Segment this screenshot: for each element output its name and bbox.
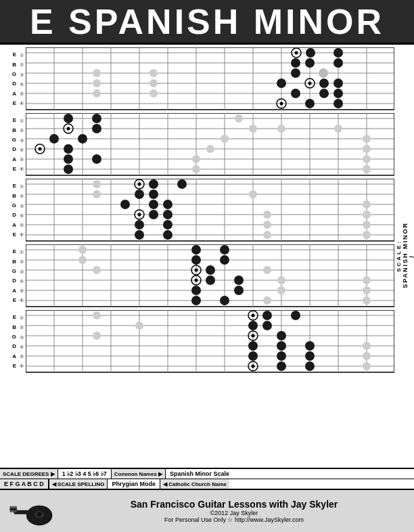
svg-point-45: [150, 89, 158, 97]
svg-point-25: [334, 58, 343, 68]
svg-point-127: [135, 230, 144, 240]
svg-point-201: [262, 311, 272, 320]
svg-point-84: [277, 125, 285, 133]
footer-personal: For Personal Use Only ☆ http://www.JaySk…: [164, 516, 304, 523]
svg-point-34: [319, 89, 329, 98]
svg-point-207: [277, 331, 286, 340]
svg-point-43: [150, 79, 158, 87]
svg-point-212: [277, 351, 286, 361]
svg-point-89: [363, 165, 371, 173]
fret-numbers-2: ① ② ③ ④ ⑤ ⑥: [18, 113, 26, 177]
svg-point-209: [277, 341, 286, 351]
svg-rect-186: [26, 310, 394, 372]
svg-point-234: [14, 510, 17, 513]
svg-point-158: [220, 255, 229, 265]
svg-point-26: [291, 68, 300, 78]
svg-rect-96: [26, 179, 394, 241]
svg-point-134: [363, 221, 371, 229]
svg-point-85: [334, 125, 342, 133]
svg-point-161: [206, 265, 215, 275]
svg-point-233: [12, 510, 15, 513]
svg-point-173: [263, 296, 271, 305]
page-title: E SPANISH MINOR: [0, 0, 414, 45]
svg-point-115: [249, 190, 257, 198]
string-labels-3: E B G D A E: [4, 179, 18, 242]
scale-spelling-text: SCALE SPELLING: [58, 481, 104, 487]
svg-point-172: [220, 296, 229, 305]
svg-point-21: [306, 48, 315, 58]
svg-point-30: [308, 82, 312, 85]
svg-point-42: [93, 79, 101, 87]
arrow-left-1: ◀: [52, 481, 56, 487]
svg-point-232: [9, 510, 12, 513]
svg-point-120: [138, 213, 141, 217]
svg-point-37: [280, 102, 283, 106]
svg-point-116: [120, 200, 130, 209]
svg-rect-142: [26, 244, 394, 307]
svg-point-213: [305, 351, 315, 361]
svg-point-111: [149, 179, 158, 189]
svg-point-75: [64, 144, 73, 154]
svg-point-216: [277, 361, 286, 371]
scale-spelling-notes: E F G A B C D: [0, 479, 49, 489]
svg-point-168: [191, 286, 201, 295]
svg-point-79: [192, 155, 200, 163]
svg-point-110: [138, 183, 141, 186]
fretboard-svg-1: [26, 47, 394, 111]
guitar-icon: [7, 494, 54, 528]
scale-name-vertical: SPANISH MINOR: [402, 222, 409, 288]
svg-point-133: [363, 210, 371, 219]
svg-point-164: [195, 279, 198, 282]
string-e-low: E: [4, 101, 18, 106]
string-labels-1: E B G D A E: [4, 47, 18, 111]
svg-point-40: [93, 69, 101, 77]
svg-point-121: [149, 210, 158, 219]
svg-point-130: [93, 180, 101, 188]
svg-point-124: [135, 220, 144, 229]
footer-title: San Francisco Guitar Lessons with Jay Sk…: [131, 499, 338, 510]
fret-numbers-1: ① ② ③ ④ ⑤ ⑥: [18, 47, 26, 111]
scale-degrees-label: SCALE DEGREES ▶: [0, 469, 58, 479]
catholic-label-text: Catholic Church Name: [168, 481, 227, 487]
fretboard-svg-5: [26, 310, 394, 374]
svg-point-208: [248, 341, 258, 351]
svg-point-211: [248, 351, 258, 361]
fret-numbers-5: ① ② ③ ④ ⑤ ⑥: [18, 310, 26, 374]
svg-point-66: [92, 114, 101, 123]
svg-point-206: [252, 334, 255, 338]
bottom-section: SCALE DEGREES ▶ 1 ♭2 ♭3 4 5 ♭6 ♭7 Common…: [0, 468, 414, 489]
svg-point-157: [191, 255, 201, 265]
svg-point-203: [248, 321, 258, 330]
svg-point-171: [191, 296, 201, 305]
fret-numbers-4: ① ② ③ ④ ⑤ ⑥: [18, 244, 26, 308]
svg-point-65: [64, 114, 73, 123]
svg-point-128: [163, 230, 172, 240]
svg-point-83: [249, 125, 257, 133]
fret-num-3: ③: [18, 72, 26, 77]
svg-point-123: [263, 210, 271, 219]
svg-point-88: [363, 155, 371, 163]
common-names-label: Common Names ▶: [112, 469, 166, 479]
svg-point-166: [234, 275, 244, 285]
svg-point-218: [93, 311, 101, 319]
svg-point-156: [220, 245, 229, 254]
svg-point-179: [363, 296, 371, 305]
scale-spelling-label: ◀ SCALE SPELLING: [49, 479, 108, 489]
svg-point-176: [93, 266, 101, 274]
svg-point-170: [277, 286, 285, 294]
svg-point-74: [39, 148, 42, 151]
svg-point-222: [363, 352, 371, 360]
string-b: B: [4, 62, 18, 68]
svg-point-33: [291, 89, 300, 98]
scale-info-row-1: SCALE DEGREES ▶ 1 ♭2 ♭3 4 5 ♭6 ♭7 Common…: [0, 469, 414, 479]
svg-point-231: [14, 506, 17, 509]
svg-point-28: [277, 79, 286, 88]
svg-point-114: [149, 190, 158, 199]
svg-point-122: [163, 210, 172, 219]
diagram-1: E B G D A E ① ② ③ ④ ⑤ ⑥: [4, 47, 394, 111]
svg-point-162: [263, 266, 271, 274]
svg-point-221: [363, 342, 371, 350]
svg-point-68: [67, 127, 70, 131]
svg-point-81: [192, 165, 200, 173]
footer: San Francisco Guitar Lessons with Jay Sk…: [0, 489, 414, 532]
